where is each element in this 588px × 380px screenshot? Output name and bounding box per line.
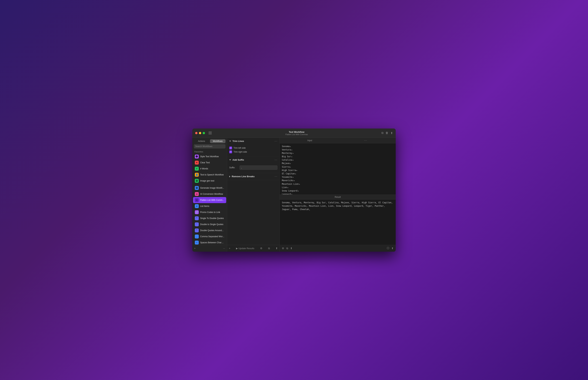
duplicate-workflow-icon[interactable]: ⧉ — [268, 247, 270, 250]
trim-right-row: Trim right side — [229, 150, 277, 154]
style-text-icon: 🅐 — [195, 154, 199, 158]
titlebar-subtitle: Flatten List With Commas — [285, 133, 308, 135]
share-icon[interactable]: ⬆ — [390, 131, 393, 135]
trash-icon[interactable]: 🗑 — [386, 131, 388, 135]
sidebar-item-image-gen[interactable]: 🖼 Image gen test — [193, 178, 226, 184]
sidebar-item-words[interactable]: # # Words — [193, 166, 226, 172]
image-gen-icon: 🖼 — [195, 179, 199, 183]
add-suffix-header[interactable]: Add Suffix ··· — [227, 156, 279, 163]
titlebar: Text Workflow Flatten List With Commas ⧉… — [192, 129, 396, 138]
sidebar-item-sbc[interactable]: ↔ Spaces Between Chara... — [193, 240, 226, 245]
sidebar-more-button[interactable]: ··· — [223, 247, 225, 250]
add-suffix-toggle-icon — [229, 159, 231, 160]
sidebar-item-promo[interactable]: 🔗 Promo Codes to Link — [193, 209, 226, 215]
sidebar-item-label-dqa: Double Quotes Around... — [200, 229, 223, 232]
maximize-button[interactable] — [203, 132, 205, 134]
suffix-input[interactable] — [239, 166, 277, 170]
sidebar-item-label-tts: Text to Speech Workflow — [200, 173, 224, 176]
remove-line-breaks-toggle-icon — [229, 176, 230, 177]
trim-left-label: Trim left side — [234, 147, 246, 149]
titlebar-title: Text Workflow — [289, 131, 305, 133]
close-button[interactable] — [195, 132, 198, 134]
tab-actions[interactable]: Actions — [194, 139, 209, 143]
trim-right-checkbox[interactable] — [229, 151, 232, 153]
sidebar: Actions Workflows Search Workflows Favor… — [192, 138, 227, 252]
sidebar-item-tts[interactable]: 👤 Text to Speech Workflow — [193, 172, 226, 178]
sidebar-item-label-csv: Comma Separated Wor... — [200, 235, 224, 238]
words-icon: # — [195, 167, 199, 171]
add-workflow-button[interactable]: + — [194, 247, 196, 250]
input-more-menu[interactable]: ··· — [338, 139, 394, 142]
sidebar-items: 🅐 Style Text Workflow ✕ Clear Text # # W… — [192, 153, 227, 245]
ai-conv-icon: ◎ — [195, 192, 199, 196]
add-suffix-section: Add Suffix ··· Suffix: — [227, 156, 279, 173]
suffix-row: Suffix: — [229, 165, 277, 171]
add-step-button[interactable]: + — [229, 247, 230, 250]
sidebar-item-label-s2d: Single To Double Quotes — [200, 217, 224, 220]
app-window: Text Workflow Flatten List With Commas ⧉… — [192, 129, 396, 252]
sidebar-toggle-icon[interactable] — [209, 132, 212, 134]
update-results-button[interactable]: ▶ Update Results — [236, 247, 254, 250]
add-suffix-menu[interactable]: ··· — [275, 158, 277, 162]
sidebar-item-label-promo: Promo Codes to Link — [200, 211, 220, 213]
sidebar-item-style-text[interactable]: 🅐 Style Text Workflow — [193, 153, 226, 160]
share-result-icon[interactable]: ⬆ — [391, 247, 394, 250]
remove-line-breaks-header[interactable]: Remove Line Breaks ··· — [227, 173, 279, 180]
csv-icon: , — [195, 234, 199, 238]
minimize-button[interactable] — [199, 132, 201, 134]
sidebar-item-gen-image[interactable]: 🖼 Generate Image Workfl... — [193, 185, 226, 191]
traffic-lights — [195, 132, 205, 134]
tts-icon: 👤 — [195, 173, 199, 177]
result-content[interactable]: Sonoma, Ventura, Monterey, Big Sur, Cata… — [280, 200, 396, 245]
tab-workflows[interactable]: Workflows — [210, 139, 225, 143]
sidebar-item-label-ai-conv: AI Conversion Workflow — [200, 193, 223, 195]
input-panel: Input ··· SonomaVenturaMontereyBig SurCa… — [280, 138, 396, 195]
sidebar-item-ai-conv[interactable]: ◎ AI Conversion Workflow — [193, 191, 226, 197]
trim-left-checkbox[interactable] — [229, 147, 232, 149]
trim-lines-label: Trim Lines — [232, 140, 244, 142]
sidebar-item-d2s[interactable]: ' Double to Single Quotes — [193, 221, 226, 228]
trim-right-label: Trim right side — [234, 151, 247, 153]
sidebar-item-dqa[interactable]: " Double Quotes Around... — [193, 228, 226, 233]
result-panel: Result Sonoma, Ventura, Monterey, Big Su… — [280, 195, 396, 252]
bottom-bar-left: ⚙ ⧉ ⬆ — [282, 247, 292, 250]
input-panel-header: Input ··· — [280, 138, 396, 143]
search-workflows-input[interactable]: Search Workflows — [194, 144, 225, 149]
result-header-label: Result — [282, 196, 394, 198]
add-suffix-title: Add Suffix — [229, 158, 244, 161]
copy-result-icon[interactable]: ⧉ — [286, 247, 288, 250]
sidebar-section-favorites: Favorites — [192, 150, 227, 153]
workflow-panel: Trim Lines ··· Trim left side Trim — [227, 138, 280, 252]
remove-line-breaks-title: Remove Line Breaks — [229, 175, 255, 178]
titlebar-actions: ⧉ 🗑 ⬆ — [381, 131, 393, 135]
right-half: Input ··· SonomaVenturaMontereyBig SurCa… — [280, 138, 396, 252]
suffix-label: Suffix: — [229, 166, 238, 169]
sidebar-item-csv[interactable]: , Comma Separated Wor... — [193, 233, 226, 240]
export-result-icon[interactable]: ⬆ — [290, 247, 292, 250]
sidebar-item-label-words: # Words — [200, 167, 208, 170]
remove-line-breaks-menu[interactable]: ··· — [275, 175, 277, 178]
export-workflow-icon[interactable]: ⬆ — [276, 247, 278, 250]
sidebar-item-list-items[interactable]: ≡ List Items — [193, 203, 226, 209]
info-icon[interactable]: ⓘ — [387, 247, 389, 250]
input-content[interactable]: SonomaVenturaMontereyBig SurCatalinaMoja… — [280, 143, 396, 195]
gen-image-icon: 🖼 — [195, 186, 199, 190]
trim-lines-title: Trim Lines — [229, 140, 244, 142]
sidebar-item-clear-text[interactable]: ✕ Clear Text — [193, 160, 226, 166]
sidebar-item-label-d2s: Double to Single Quotes — [200, 223, 223, 226]
copy-icon[interactable]: ⧉ — [381, 131, 383, 135]
trim-lines-menu[interactable]: ··· — [275, 140, 277, 143]
sidebar-item-label-image-gen: Image gen test — [200, 180, 214, 182]
sidebar-item-flatten[interactable]: ≡ Flatten List With Comm... — [193, 197, 226, 203]
main-layout: Actions Workflows Search Workflows Favor… — [192, 138, 396, 252]
dqa-icon: " — [195, 228, 199, 232]
sliders-icon[interactable]: ⚙ — [260, 247, 262, 250]
trim-lines-header[interactable]: Trim Lines ··· — [227, 138, 279, 145]
add-suffix-body: Suffix: — [227, 163, 279, 173]
sidebar-item-s2d[interactable]: " Single To Double Quotes — [193, 215, 226, 221]
s2d-icon: " — [195, 216, 199, 220]
result-panel-header: Result — [280, 195, 396, 200]
trim-lines-body: Trim left side Trim right side — [227, 145, 279, 156]
sidebar-tabs: Actions Workflows — [192, 138, 227, 144]
sliders-icon-result[interactable]: ⚙ — [282, 247, 284, 250]
